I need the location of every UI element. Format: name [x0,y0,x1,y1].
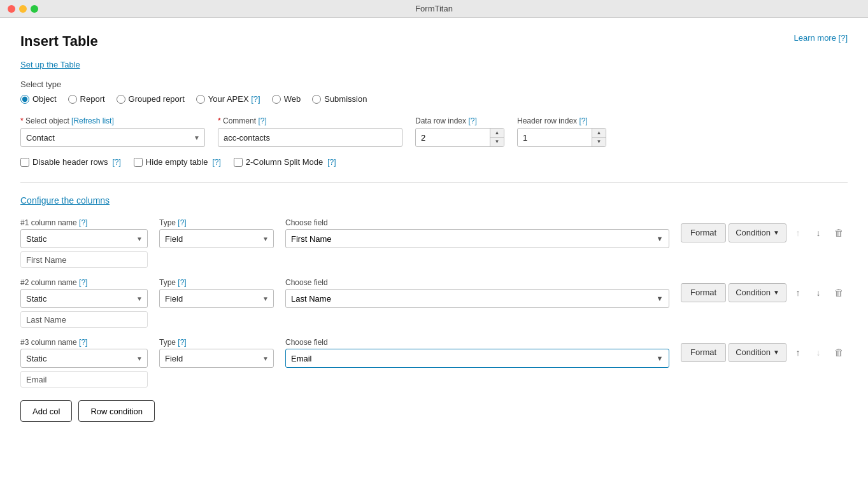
column-2-help-link[interactable]: [?] [79,278,87,287]
column-1-type-help-link[interactable]: [?] [178,218,186,227]
row-condition-button[interactable]: Row condition [78,400,155,422]
comment-help-link[interactable]: [?] [258,116,266,125]
disable-header-rows-input[interactable] [20,158,29,167]
column-3-up-btn[interactable]: ↑ [789,344,807,361]
disable-header-help-link[interactable]: [?] [113,158,121,167]
column-2-field-dropdown-btn[interactable]: ▼ [651,290,669,307]
page-header: Insert Table Learn more [?] [20,33,848,50]
add-col-button[interactable]: Add col [20,400,72,422]
column-3-help-link[interactable]: [?] [79,338,87,347]
data-row-help-link[interactable]: [?] [468,116,476,125]
column-1-type-group: Type [?] Field ▼ [159,218,274,248]
radio-object[interactable]: Object [20,94,57,104]
maximize-button[interactable] [31,5,38,13]
setup-table-link[interactable]: Set up the Table [20,60,80,69]
radio-your-apex-label: Your APEX [?] [208,94,260,104]
column-3-condition-btn[interactable]: Condition ▼ [729,343,786,362]
radio-grouped-report-input[interactable] [117,95,125,104]
window-controls [8,5,38,13]
radio-your-apex-input[interactable] [196,95,205,104]
minimize-button[interactable] [19,5,27,13]
column-3-type-help-link[interactable]: [?] [178,338,186,347]
column-2-display-name: Last Name [20,311,148,328]
column-2-label-group: #2 column name [?] Static ▼ [20,278,148,308]
column-1-type-select[interactable]: Field [159,229,274,248]
hide-empty-table-input[interactable] [134,158,143,167]
column-3-field-wrap: ▼ [285,349,669,368]
column-1-actions: Format Condition ▼ ↑ ↓ 🗑 [681,223,848,244]
column-2-name-select[interactable]: Static [20,289,148,308]
column-2-up-btn[interactable]: ↑ [789,284,807,302]
radio-grouped-report[interactable]: Grouped report [117,94,185,104]
select-object-input[interactable]: Contact [20,128,205,147]
column-2-num: #2 column name [20,278,79,287]
column-3-delete-btn[interactable]: 🗑 [830,344,848,361]
column-2-field-input[interactable] [286,290,651,307]
column-2-delete-btn[interactable]: 🗑 [830,284,848,302]
close-button[interactable] [8,5,15,13]
column-2-type-select[interactable]: Field [159,289,274,308]
column-1-delete-btn[interactable]: 🗑 [830,224,848,242]
column-1-up-btn[interactable]: ↑ [789,224,807,242]
select-object-label-text: Select object [25,116,71,125]
radio-web[interactable]: Web [272,94,301,104]
radio-object-input[interactable] [20,95,29,104]
column-1-field-dropdown-btn[interactable]: ▼ [651,230,669,248]
data-row-down-btn[interactable]: ▼ [490,138,504,147]
divider [20,182,848,183]
data-row-label: Data row index [?] [415,116,504,125]
column-3-field-dropdown-btn[interactable]: ▼ [651,349,669,367]
hide-empty-table-label: Hide empty table [146,157,208,167]
header-row-down-btn[interactable]: ▼ [592,138,606,147]
column-1-field-label: Choose field [285,218,669,227]
column-3-field-input[interactable] [286,349,651,367]
column-1-down-btn[interactable]: ↓ [809,224,827,242]
column-3-name-select[interactable]: Static [20,349,148,368]
column-3-down-btn[interactable]: ↓ [809,344,827,361]
hide-empty-table-checkbox[interactable]: Hide empty table [?] [134,157,221,167]
column-2-type-label-text: Type [159,278,178,287]
column-2-format-btn[interactable]: Format [681,283,726,302]
column-1-num: #1 column name [20,218,79,227]
header-row-up-btn[interactable]: ▲ [592,129,606,138]
column-2-condition-btn[interactable]: Condition ▼ [729,283,786,302]
page-title: Insert Table [20,33,98,50]
required-star: * [20,116,25,125]
column-3-field-label: Choose field [285,338,669,347]
radio-report-input[interactable] [68,95,77,104]
header-row-help-link[interactable]: [?] [579,116,587,125]
radio-report[interactable]: Report [68,94,105,104]
disable-header-rows-checkbox[interactable]: Disable header rows [?] [20,157,121,167]
radio-web-input[interactable] [272,95,281,104]
data-row-up-btn[interactable]: ▲ [490,129,504,138]
radio-submission-label: Submission [324,94,367,104]
column-2-name-wrap: Static ▼ [20,289,148,308]
learn-more-link[interactable]: Learn more [?] [793,33,848,43]
column-2-type-help-link[interactable]: [?] [178,278,186,287]
column-1-format-btn[interactable]: Format [681,223,726,242]
column-3-format-btn[interactable]: Format [681,343,726,362]
column-2-type-wrap: Field ▼ [159,289,274,308]
column-3-type-label: Type [?] [159,338,274,347]
select-object-label: * Select object [Refresh list] [20,116,205,125]
radio-submission[interactable]: Submission [312,94,367,104]
radio-your-apex[interactable]: Your APEX [?] [196,94,260,104]
column-1-name-select[interactable]: Static [20,229,148,248]
column-1-field-input[interactable] [286,230,651,248]
column-3-actions: Format Condition ▼ ↑ ↓ 🗑 [681,343,848,363]
comment-input[interactable] [218,128,402,147]
two-column-help-link[interactable]: [?] [327,158,336,167]
radio-submission-input[interactable] [312,95,321,104]
column-3-type-select[interactable]: Field [159,349,274,368]
column-1-help-link[interactable]: [?] [79,218,87,227]
two-column-split-checkbox[interactable]: 2-Column Split Mode [?] [234,157,336,167]
column-1-condition-btn[interactable]: Condition ▼ [729,223,786,242]
column-1-display-name: First Name [20,251,148,268]
column-2-down-btn[interactable]: ↓ [809,284,827,302]
refresh-list-link[interactable]: [Refresh list] [71,116,114,125]
configure-columns-link[interactable]: Configure the columns [20,195,110,206]
column-3-type-wrap: Field ▼ [159,349,274,368]
hide-empty-help-link[interactable]: [?] [212,158,220,167]
two-column-split-input[interactable] [234,158,243,167]
column-2-field-group: Choose field ▼ [285,278,669,308]
